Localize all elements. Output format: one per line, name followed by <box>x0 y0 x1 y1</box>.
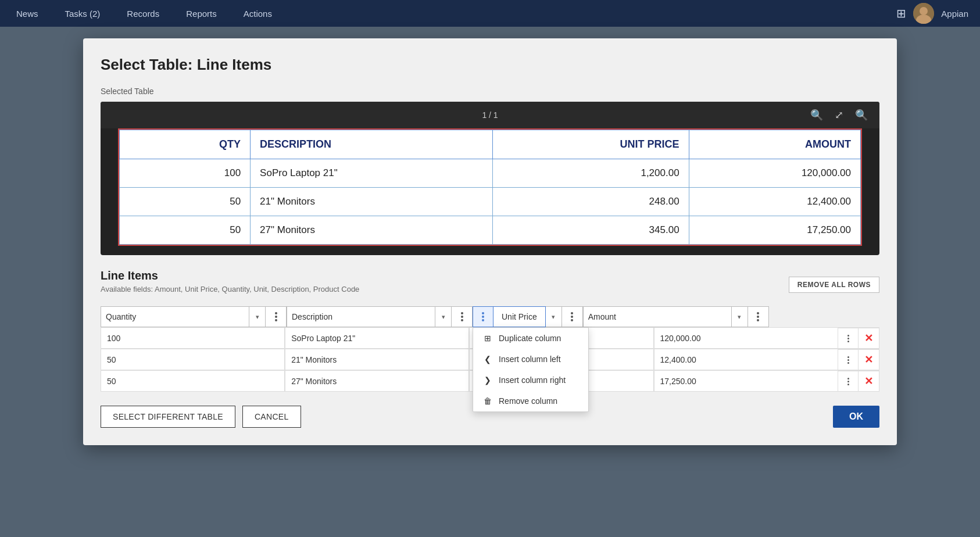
unit-price-menu-button[interactable] <box>473 306 493 327</box>
row-menu-btn-0[interactable] <box>838 328 859 349</box>
unit-price-label: Unit Price <box>493 306 546 327</box>
row-menu-btn-2[interactable] <box>838 371 859 392</box>
modal-dialog: Select Table: Line Items Selected Table … <box>83 38 897 445</box>
data-cell-amt-2 <box>654 371 838 392</box>
row-menu-btn-1[interactable] <box>838 349 859 370</box>
nav-username: Appian <box>941 9 968 19</box>
cell-qty-1: 50 <box>120 188 251 216</box>
context-menu-insert-left[interactable]: ❮ Insert column left <box>473 349 588 370</box>
description-caret[interactable]: ▾ <box>435 306 452 327</box>
amount-dropdown[interactable]: Amount <box>583 306 732 327</box>
header-desc: DESCRIPTION <box>251 130 493 159</box>
data-cell-qty-2 <box>101 371 285 392</box>
cell-desc-2: 27" Monitors <box>251 216 493 245</box>
desc-input-1[interactable] <box>291 355 463 364</box>
cell-desc-0: SoPro Laptop 21" <box>251 159 493 188</box>
context-menu-insert-left-label: Insert column left <box>499 355 561 364</box>
row-delete-btn-1[interactable]: ✕ <box>859 349 879 370</box>
table-preview: 1 / 1 🔍 ⤢ 🔍 QTY DESCRIPTION UNIT PRICE A… <box>101 102 879 255</box>
svg-point-1 <box>920 7 928 15</box>
context-menu-remove-label: Remove column <box>499 396 557 406</box>
expand-button[interactable]: ⤢ <box>832 108 846 123</box>
context-menu-remove[interactable]: 🗑 Remove column <box>473 391 588 411</box>
cell-qty-2: 50 <box>120 216 251 245</box>
description-menu-button[interactable] <box>452 306 473 327</box>
remove-icon: 🗑 <box>482 396 493 406</box>
line-items-title: Line Items <box>101 269 359 282</box>
unit-price-caret[interactable]: ▾ <box>546 306 562 327</box>
quantity-menu-button[interactable] <box>266 306 287 327</box>
context-menu-duplicate[interactable]: ⊞ Duplicate column <box>473 328 588 349</box>
remove-all-rows-button[interactable]: REMOVE ALL ROWS <box>789 277 879 293</box>
duplicate-icon: ⊞ <box>482 334 493 343</box>
data-cell-amt-0 <box>654 328 838 349</box>
nav-actions[interactable]: Actions <box>239 6 277 21</box>
line-items-subtitle: Available fields: Amount, Unit Price, Qu… <box>101 285 359 293</box>
table-row: 100 SoPro Laptop 21" 1,200.00 120,000.00 <box>120 159 861 188</box>
cell-unit-1: 248.00 <box>492 188 689 216</box>
nav-reports[interactable]: Reports <box>181 6 221 21</box>
amount-column-selector: Amount ▾ <box>583 306 769 327</box>
quantity-column-selector: Quantity ▾ <box>101 306 287 327</box>
cell-amt-2: 17,250.00 <box>689 216 860 245</box>
column-headers-row: Quantity ▾ Description ▾ <box>101 306 879 327</box>
ok-button[interactable]: OK <box>833 406 879 428</box>
cell-amt-0: 120,000.00 <box>689 159 860 188</box>
table-row: 50 27" Monitors 345.00 17,250.00 <box>120 216 861 245</box>
top-nav: News Tasks (2) Records Reports Actions ⊞… <box>0 0 980 27</box>
qty-input-1[interactable] <box>107 355 278 364</box>
desc-input-0[interactable] <box>291 334 463 343</box>
pagination-text: 1 / 1 <box>482 110 498 120</box>
unit-price-menu-button-right[interactable] <box>562 306 583 327</box>
quantity-caret[interactable]: ▾ <box>249 306 266 327</box>
qty-input-0[interactable] <box>107 334 278 343</box>
zoom-out-button[interactable]: 🔍 <box>808 108 825 123</box>
cancel-button[interactable]: CANCEL <box>242 406 301 428</box>
context-menu-insert-right[interactable]: ❯ Insert column right <box>473 370 588 391</box>
nav-news[interactable]: News <box>12 6 43 21</box>
cell-unit-2: 345.00 <box>492 216 689 245</box>
grid-icon[interactable]: ⊞ <box>896 6 906 20</box>
modal-overlay: Select Table: Line Items Selected Table … <box>0 27 980 537</box>
nav-tasks[interactable]: Tasks (2) <box>60 6 105 21</box>
desc-input-2[interactable] <box>291 377 463 386</box>
header-qty: QTY <box>120 130 251 159</box>
amount-caret[interactable]: ▾ <box>732 306 748 327</box>
data-cell-desc-1 <box>285 349 469 370</box>
insert-left-icon: ❮ <box>482 355 493 364</box>
data-cell-desc-0 <box>285 328 469 349</box>
row-delete-btn-0[interactable]: ✕ <box>859 328 879 349</box>
header-amount: AMOUNT <box>689 130 860 159</box>
cell-qty-0: 100 <box>120 159 251 188</box>
header-unit: UNIT PRICE <box>492 130 689 159</box>
zoom-controls: 🔍 ⤢ 🔍 <box>808 108 870 123</box>
line-items-header-row: Line Items Available fields: Amount, Uni… <box>101 269 879 300</box>
description-dropdown[interactable]: Description <box>287 306 435 327</box>
select-different-table-button[interactable]: SELECT DIFFERENT TABLE <box>101 406 235 428</box>
data-cell-amt-1 <box>654 349 838 370</box>
row-delete-btn-2[interactable]: ✕ <box>859 371 879 392</box>
zoom-in-button[interactable]: 🔍 <box>853 108 870 123</box>
selected-table-label: Selected Table <box>101 87 879 96</box>
qty-input-2[interactable] <box>107 377 278 386</box>
insert-right-icon: ❯ <box>482 375 493 385</box>
line-items-title-group: Line Items Available fields: Amount, Uni… <box>101 269 359 300</box>
cell-amt-1: 12,400.00 <box>689 188 860 216</box>
unit-price-column-selector: Unit Price ▾ ⊞ Duplicate column <box>473 306 583 327</box>
preview-header: 1 / 1 🔍 ⤢ 🔍 <box>101 102 879 128</box>
avatar <box>913 3 934 24</box>
nav-records[interactable]: Records <box>122 6 164 21</box>
context-menu-duplicate-label: Duplicate column <box>499 334 561 343</box>
amt-input-2[interactable] <box>660 377 832 386</box>
description-column-selector: Description ▾ <box>287 306 473 327</box>
amt-input-0[interactable] <box>660 334 832 343</box>
data-cell-qty-0 <box>101 328 285 349</box>
quantity-dropdown[interactable]: Quantity <box>101 306 249 327</box>
cell-unit-0: 1,200.00 <box>492 159 689 188</box>
nav-right: ⊞ Appian <box>896 3 968 24</box>
footer-left: SELECT DIFFERENT TABLE CANCEL <box>101 406 301 428</box>
line-items-section: Line Items Available fields: Amount, Uni… <box>101 269 879 392</box>
cell-desc-1: 21" Monitors <box>251 188 493 216</box>
amount-menu-button[interactable] <box>748 306 769 327</box>
amt-input-1[interactable] <box>660 355 832 364</box>
